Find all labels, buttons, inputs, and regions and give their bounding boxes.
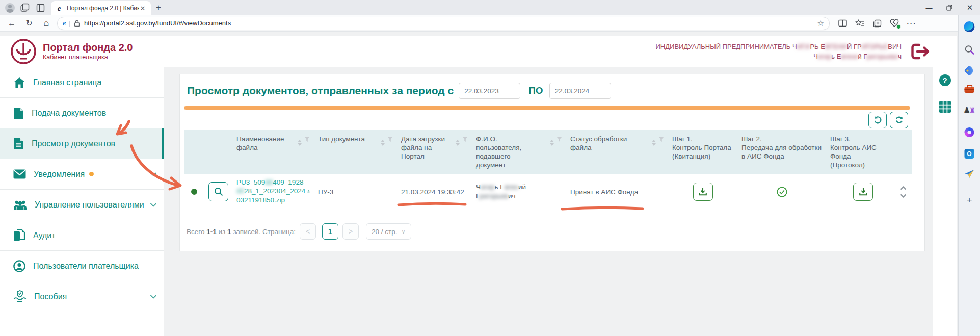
step1-cell bbox=[668, 174, 737, 210]
back-icon[interactable]: ← bbox=[3, 17, 20, 30]
home-icon-toolbar[interactable]: ⌂ bbox=[38, 17, 55, 30]
table-scrollbar[interactable] bbox=[900, 174, 912, 210]
browser-essentials-icon[interactable] bbox=[886, 17, 903, 30]
sidebar-item-audit[interactable]: Аудит bbox=[0, 220, 164, 251]
sidebar-item-benefits[interactable]: Пособия bbox=[0, 281, 164, 312]
accent-divider bbox=[184, 106, 910, 110]
refresh-icon[interactable]: ↻ bbox=[20, 17, 38, 30]
app-title: Портал фонда 2.0 bbox=[43, 42, 133, 54]
profile-avatar-icon[interactable] bbox=[2, 2, 17, 14]
column-header-status bbox=[184, 130, 204, 174]
sort-icon[interactable] bbox=[456, 140, 460, 146]
games-icon[interactable]: ♟♜ bbox=[963, 105, 975, 115]
scroll-up-icon[interactable] bbox=[900, 186, 907, 190]
row-status-cell bbox=[184, 174, 204, 210]
outlook-icon[interactable]: O bbox=[965, 149, 974, 159]
column-header-doc-type[interactable]: Тип документа bbox=[314, 130, 397, 174]
window-minimize-button[interactable]: — bbox=[919, 0, 939, 15]
shopping-icon[interactable] bbox=[966, 67, 973, 74]
column-header-file-status[interactable]: Статус обработки файла bbox=[566, 130, 668, 174]
address-bar[interactable]: e | https://portal2.ssf.gov.by/fundUI/#/… bbox=[57, 17, 830, 30]
sort-icon[interactable] bbox=[652, 140, 656, 146]
help-icon[interactable]: ? bbox=[939, 74, 951, 86]
accepted-check-icon bbox=[777, 187, 787, 197]
page-size-select[interactable]: 20 / стр.∨ bbox=[366, 223, 411, 240]
portal-right-rail: ? bbox=[933, 67, 957, 336]
column-header-file-name[interactable]: Наименование файла bbox=[232, 130, 314, 174]
logout-icon[interactable] bbox=[911, 43, 930, 60]
grid-icon[interactable] bbox=[939, 100, 951, 113]
browser-tab-strip: e Портал фонда 2.0 | Кабинет пла ✕ + — ✕ bbox=[0, 0, 980, 15]
magnifier-icon bbox=[214, 187, 223, 196]
date-to-input[interactable]: 22.03.2024 bbox=[549, 83, 611, 99]
chevron-down-icon bbox=[150, 172, 156, 176]
sort-icon[interactable] bbox=[381, 140, 385, 146]
sidebar-item-user-management[interactable]: Управление пользователями bbox=[0, 190, 164, 220]
users-icon bbox=[13, 200, 27, 210]
sidebar-item-home[interactable]: Главная страница bbox=[0, 67, 164, 98]
file-status-cell: Принят в АИС Фонда bbox=[566, 174, 668, 210]
sort-icon[interactable] bbox=[298, 140, 302, 146]
user-fio-cell: Чигирь Евгений Григорьевич bbox=[472, 174, 566, 210]
arrow-to-table-row-head bbox=[170, 178, 180, 189]
microsoft-365-icon[interactable] bbox=[965, 127, 974, 137]
next-page-button[interactable]: > bbox=[342, 223, 359, 240]
filter-icon[interactable] bbox=[387, 137, 393, 142]
sync-icon bbox=[895, 116, 904, 124]
current-page-button[interactable]: 1 bbox=[322, 223, 338, 240]
new-tab-button[interactable]: + bbox=[156, 3, 161, 13]
prev-page-button[interactable]: < bbox=[300, 223, 316, 240]
more-options-icon[interactable]: ··· bbox=[903, 17, 920, 30]
undo-icon bbox=[873, 116, 882, 124]
pagination: Всего 1-1 из 1 записей. Страница: < 1 > … bbox=[187, 223, 924, 240]
sidebar-item-payer-users[interactable]: Пользователи плательщика bbox=[0, 251, 164, 281]
step2-cell bbox=[737, 174, 826, 210]
status-green-dot bbox=[191, 189, 197, 195]
user-name: Чигирь Евгений Григорьевич bbox=[656, 51, 902, 62]
column-header-step3: Шаг 3. Контроль АИС Фонда (Протокол) bbox=[826, 130, 900, 174]
split-screen-icon[interactable] bbox=[834, 17, 851, 30]
filter-icon[interactable] bbox=[462, 137, 468, 142]
window-controls: — ✕ bbox=[919, 0, 980, 15]
filter-icon[interactable] bbox=[557, 137, 562, 142]
column-header-upload-date[interactable]: Дата загрузки файла на Портал bbox=[397, 130, 472, 174]
window-restore-button[interactable] bbox=[939, 0, 960, 15]
edge-sidebar: ♟♜ O + bbox=[958, 15, 980, 336]
url-text[interactable]: https://portal2.ssf.gov.by/fundUI/#/view… bbox=[84, 19, 817, 27]
add-to-sidebar-icon[interactable]: + bbox=[966, 195, 972, 206]
workspaces-icon[interactable] bbox=[17, 2, 33, 14]
copilot-icon[interactable] bbox=[964, 21, 975, 32]
view-details-button[interactable] bbox=[208, 182, 228, 201]
filter-icon[interactable] bbox=[658, 137, 664, 142]
browser-tab[interactable]: e Портал фонда 2.0 | Кабинет пла ✕ bbox=[51, 1, 151, 15]
sidebar-item-view-documents[interactable]: Просмотр документов bbox=[0, 128, 164, 159]
scroll-down-icon[interactable] bbox=[900, 194, 907, 198]
favorites-list-icon[interactable] bbox=[851, 17, 868, 30]
sidebar-item-notifications[interactable]: Уведомления bbox=[0, 159, 164, 190]
column-header-view bbox=[204, 130, 232, 174]
sidebar-item-submit-documents[interactable]: Подача документов bbox=[0, 98, 164, 128]
download-file-icon[interactable] bbox=[307, 188, 310, 195]
tools-icon[interactable] bbox=[965, 87, 974, 93]
search-icon[interactable] bbox=[965, 45, 974, 55]
sidebar-item-label: Главная страница bbox=[33, 78, 101, 87]
sidebar-item-label: Пособия bbox=[34, 292, 67, 301]
drop-paper-plane-icon[interactable] bbox=[964, 169, 974, 178]
filter-icon[interactable] bbox=[304, 137, 310, 142]
refresh-table-button[interactable] bbox=[890, 112, 908, 128]
undo-button[interactable] bbox=[868, 112, 887, 128]
tab-actions-icon[interactable] bbox=[33, 2, 48, 14]
file-name-link[interactable]: PU3_50988409_1928 4028_1_202304_2024 032… bbox=[232, 174, 314, 210]
column-header-step1: Шаг 1. Контроль Портала (Квитанция) bbox=[668, 130, 737, 174]
step1-download-button[interactable] bbox=[693, 183, 713, 201]
table-row[interactable]: PU3_50988409_1928 4028_1_202304_2024 032… bbox=[184, 174, 912, 210]
tab-close-icon[interactable]: ✕ bbox=[139, 5, 147, 12]
date-from-input[interactable]: 22.03.2023 bbox=[459, 83, 520, 99]
sort-icon[interactable] bbox=[550, 140, 554, 146]
column-header-user-fio[interactable]: Ф.И.О. пользователя, подавшего документ bbox=[472, 130, 566, 174]
collections-icon[interactable] bbox=[868, 17, 886, 30]
step3-download-button[interactable] bbox=[853, 183, 873, 201]
favorite-star-icon[interactable]: ☆ bbox=[817, 19, 824, 28]
window-close-button[interactable]: ✕ bbox=[960, 0, 980, 15]
sidebar-item-label: Подача документов bbox=[32, 109, 106, 118]
